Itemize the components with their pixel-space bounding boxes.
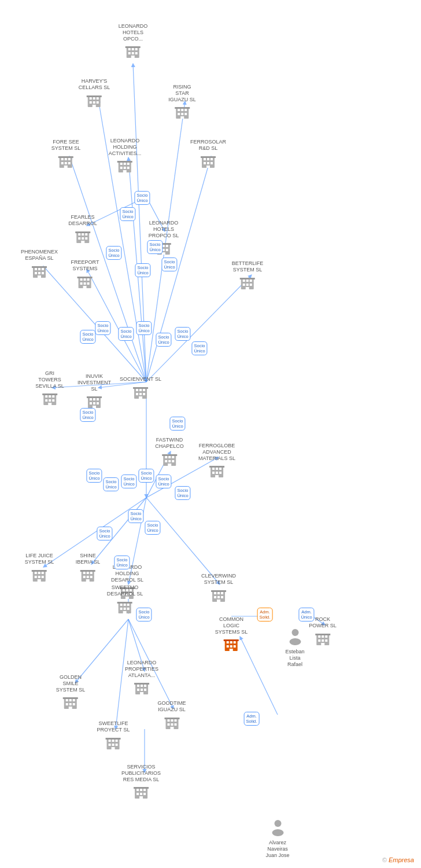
badge-b17[interactable]: Socio Único: [103, 477, 119, 491]
badge-b12[interactable]: Socio Único: [175, 327, 190, 341]
badge-b4[interactable]: Socio Único: [106, 246, 121, 260]
building-icon: [315, 630, 331, 649]
badge-b18[interactable]: Socio Único: [121, 475, 136, 488]
node-n1[interactable]: LEONARDO HOTELS OPCO...: [119, 23, 148, 61]
node-label: HARVEY'S CELLARS SL: [79, 78, 110, 91]
node-n12[interactable]: GRI TOWERS SEVILLA SL: [35, 370, 64, 409]
badge-b7[interactable]: Socio Único: [80, 330, 95, 344]
svg-rect-230: [73, 699, 75, 701]
svg-rect-228: [66, 699, 68, 701]
svg-rect-79: [207, 162, 209, 164]
svg-rect-123: [243, 284, 245, 286]
svg-rect-108: [38, 275, 41, 278]
node-n15[interactable]: FASTWIND CHAPELCO: [155, 437, 184, 469]
node-n23[interactable]: GOLDEN SMILE SYSTEM SL: [56, 674, 86, 712]
badge-b11[interactable]: Socio Único: [156, 333, 171, 347]
node-n27[interactable]: SERVICIOS PUBLICITARIOS RES MEDIA SL: [121, 764, 161, 802]
node-n20[interactable]: CLEVERWIND SYSTEM SL: [201, 573, 236, 605]
svg-rect-121: [246, 279, 249, 282]
svg-rect-105: [35, 272, 37, 274]
svg-rect-271: [134, 787, 149, 789]
badge-b22[interactable]: Socio Único: [128, 509, 143, 523]
badge-b13[interactable]: Socio Único: [191, 341, 207, 355]
badge-b20[interactable]: Socio Único: [156, 475, 171, 488]
node-n14[interactable]: SOCIENVENT SL: [120, 376, 161, 402]
badge-b2[interactable]: Socio Único: [120, 207, 135, 221]
building-icon: [80, 567, 96, 585]
svg-point-272: [291, 629, 298, 636]
badge-b16[interactable]: Socio Único: [86, 469, 102, 483]
badge-b8[interactable]: Socio Único: [95, 321, 110, 335]
node-n7[interactable]: FEARLES DESARROL: [68, 214, 97, 247]
node-n4[interactable]: FORE SEE SYSTEM SL: [51, 139, 81, 171]
person-icon: [269, 819, 286, 840]
svg-rect-31: [132, 48, 134, 50]
svg-rect-131: [52, 395, 54, 398]
node-n3[interactable]: RISING STAR IGUAZU SL: [168, 84, 196, 122]
badge-b27[interactable]: Adm. Solid.: [257, 608, 273, 621]
svg-rect-103: [38, 268, 40, 270]
node-n29[interactable]: Alvarez Naveiras Juan Jose: [265, 819, 289, 859]
badge-b1[interactable]: Socio Único: [134, 191, 150, 205]
badge-b19[interactable]: Socio Único: [138, 469, 154, 483]
node-label: FASTWIND CHAPELCO: [155, 437, 184, 450]
svg-rect-129: [45, 395, 47, 398]
node-n28[interactable]: Esteban Lista Rafael: [285, 628, 304, 668]
badge-b5[interactable]: Socio Único: [135, 263, 150, 277]
svg-rect-259: [171, 723, 173, 726]
node-n24[interactable]: SWEETLIFE PROYECT SL: [97, 720, 130, 753]
svg-rect-232: [69, 703, 72, 705]
badge-b29[interactable]: Adm. Solid.: [244, 712, 260, 726]
svg-point-273: [289, 638, 301, 645]
svg-rect-115: [84, 282, 86, 285]
svg-rect-113: [87, 278, 90, 281]
svg-rect-130: [49, 395, 51, 398]
badge-b26[interactable]: Socio Único: [136, 608, 152, 621]
svg-rect-46: [87, 95, 102, 97]
node-label: FERROGLOBE ADVANCED MATERIALS SL: [198, 443, 235, 461]
node-n5[interactable]: LEONARDO HOLDING ACTIVITIES...: [109, 138, 142, 176]
badge-b6[interactable]: Socio Único: [161, 258, 177, 271]
svg-rect-77: [211, 158, 213, 160]
badge-b3[interactable]: Socio Único: [147, 240, 163, 254]
building-icon: [86, 92, 102, 111]
badge-b9[interactable]: Socio Único: [118, 327, 134, 341]
badge-b23[interactable]: Socio Único: [145, 521, 160, 535]
node-label: Esteban Lista Rafael: [285, 649, 304, 667]
svg-point-275: [272, 829, 283, 836]
badge-b25[interactable]: Socio Único: [114, 556, 130, 569]
node-n25[interactable]: LEONARDO PROPERTIES ATLANTA...: [125, 660, 158, 698]
node-n11[interactable]: BETTERLIFE SYSTEM SL: [232, 260, 264, 293]
svg-rect-190: [80, 570, 95, 572]
svg-rect-205: [217, 596, 220, 598]
svg-rect-132: [45, 399, 47, 402]
badge-b28[interactable]: Adm. Único: [298, 608, 314, 621]
svg-rect-150: [136, 393, 138, 395]
svg-rect-251: [144, 689, 146, 691]
badge-b24[interactable]: Socio Único: [97, 527, 112, 540]
badge-b21[interactable]: Socio Único: [175, 486, 190, 500]
badge-b10[interactable]: Socio Único: [136, 321, 152, 335]
node-n13[interactable]: INUVIK INVESTMENT SL: [77, 373, 111, 411]
badge-b14[interactable]: Socio Único: [80, 408, 95, 422]
node-n9[interactable]: PHENOMENEX ESPAÑA SL: [21, 249, 58, 281]
svg-rect-268: [140, 793, 142, 795]
node-n10[interactable]: FREEPORT SYSTEMS: [71, 259, 99, 292]
badge-b15[interactable]: Socio Único: [169, 417, 185, 431]
node-n16[interactable]: FERROGLOBE ADVANCED MATERIALS SL: [198, 443, 235, 481]
svg-rect-189: [86, 579, 90, 582]
svg-rect-229: [69, 699, 72, 701]
svg-rect-260: [174, 723, 176, 726]
node-n17[interactable]: LIFE JUICE SYSTEM SL: [25, 553, 54, 585]
node-n26[interactable]: GOODTIME IGUAZU SL: [158, 700, 186, 733]
building-icon: [77, 273, 93, 292]
node-n18[interactable]: SHINE IBERIA SL: [76, 553, 101, 585]
svg-rect-143: [97, 402, 99, 404]
svg-rect-95: [166, 245, 168, 247]
node-label: CLEVERWIND SYSTEM SL: [201, 573, 236, 586]
node-n6[interactable]: FERROSOLAR R&D SL: [190, 139, 226, 171]
node-n2[interactable]: HARVEY'S CELLARS SL: [79, 78, 110, 111]
node-n21[interactable]: COMMON LOGIC SYSTEMS SL: [215, 616, 248, 654]
svg-rect-149: [143, 389, 145, 391]
node-n22[interactable]: ROCK POWER SL: [309, 616, 337, 649]
